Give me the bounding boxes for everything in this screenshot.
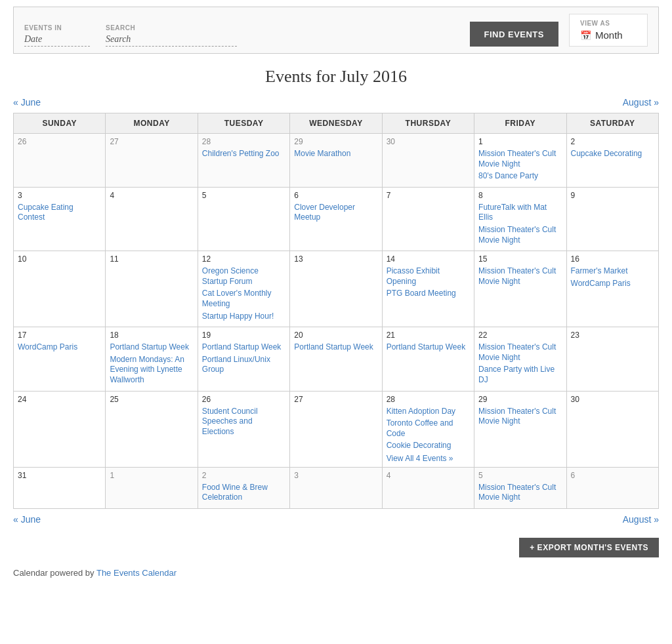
day-number: 6 (294, 191, 377, 200)
day-number: 30 (387, 137, 470, 146)
event-link[interactable]: PTG Board Meeting (387, 289, 470, 299)
calendar-day-cell: 29Movie Marathon (290, 134, 382, 188)
day-number: 23 (571, 331, 654, 340)
day-number: 5 (478, 471, 562, 480)
event-link[interactable]: Mission Theater's Cult Movie Night (478, 149, 562, 169)
event-link[interactable]: Cupcake Decorating (571, 149, 654, 159)
event-link[interactable]: Mission Theater's Cult Movie Night (478, 342, 562, 363)
calendar-day-cell: 28Kitten Adoption DayToronto Coffee and … (382, 391, 474, 467)
find-events-button[interactable]: FIND EVENTS (470, 22, 558, 47)
day-number: 4 (387, 471, 470, 480)
event-link[interactable]: Farmer's Market (571, 266, 654, 277)
calendar-day-cell: 18Portland Startup WeekModern Mondays: A… (106, 327, 198, 391)
event-link[interactable]: Portland Startup Week (387, 342, 470, 353)
day-number: 5 (202, 191, 285, 200)
export-button[interactable]: + EXPORT MONTH'S EVENTS (519, 538, 659, 557)
calendar-header-row: SUNDAYMONDAYTUESDAYWEDNESDAYTHURSDAYFRID… (14, 113, 659, 134)
day-number: 27 (294, 395, 377, 404)
calendar-day-cell: 30 (382, 134, 474, 188)
event-link[interactable]: Portland Startup Week (202, 342, 285, 353)
calendar-day-cell: 19Portland Startup WeekPortland Linux/Un… (198, 327, 289, 391)
day-number: 28 (202, 137, 285, 146)
footer: Calendar powered by The Events Calendar (13, 568, 659, 578)
calendar-table: SUNDAYMONDAYTUESDAYWEDNESDAYTHURSDAYFRID… (13, 113, 659, 509)
event-link[interactable]: Oregon Science Startup Forum (202, 266, 285, 287)
day-number: 10 (18, 254, 101, 264)
event-link[interactable]: Portland Linux/Unix Group (202, 355, 285, 375)
day-number: 1 (478, 137, 562, 146)
calendar-day-cell: 1Mission Theater's Cult Movie Night80's … (474, 134, 566, 188)
calendar-day-cell: 6Clover Developer Meetup (290, 187, 382, 251)
calendar-day-cell: 5 (198, 187, 289, 251)
calendar-day-cell: 17WordCamp Paris (14, 327, 106, 391)
event-link[interactable]: Student Council Speeches and Elections (202, 407, 285, 437)
search-value[interactable]: Search (106, 34, 237, 47)
footer-text: Calendar powered by (13, 568, 96, 578)
calendar-col-header: WEDNESDAY (290, 113, 382, 134)
export-row: + EXPORT MONTH'S EVENTS (13, 538, 659, 557)
event-link[interactable]: WordCamp Paris (18, 342, 101, 353)
calendar-col-header: FRIDAY (474, 113, 566, 134)
event-link[interactable]: Startup Happy Hour! (202, 312, 285, 322)
event-link[interactable]: Cupcake Eating Contest (18, 203, 101, 223)
event-link[interactable]: Dance Party with Live DJ (478, 365, 562, 385)
events-in-label: EVENTS IN (24, 24, 90, 31)
calendar-day-cell: 25 (106, 391, 198, 467)
calendar-day-cell: 27 (290, 391, 382, 467)
calendar-day-cell: 24 (14, 391, 106, 467)
event-link[interactable]: Kitten Adoption Day (387, 407, 470, 417)
calendar-day-cell: 26Student Council Speeches and Elections (198, 391, 289, 467)
page-title: Events for July 2016 (13, 67, 659, 87)
footer-link[interactable]: The Events Calendar (96, 568, 177, 578)
event-link[interactable]: Mission Theater's Cult Movie Night (478, 266, 562, 287)
event-link[interactable]: WordCamp Paris (571, 279, 654, 289)
event-link[interactable]: Toronto Coffee and Code (387, 418, 470, 439)
view-as-value[interactable]: 📅 Month (580, 30, 637, 41)
calendar-day-cell: 21Portland Startup Week (382, 327, 474, 391)
calendar-day-cell: 30 (566, 391, 658, 467)
event-link[interactable]: Cookie Decorating (387, 441, 470, 451)
event-link[interactable]: Movie Marathon (294, 149, 377, 159)
prev-month-link[interactable]: « June (13, 97, 41, 108)
day-number: 20 (294, 331, 377, 340)
calendar-day-cell: 3 (290, 467, 382, 508)
event-link[interactable]: FutureTalk with Mat Ellis (478, 203, 562, 223)
search-group: SEARCH Search (106, 24, 237, 47)
next-month-link-bottom[interactable]: August » (623, 514, 659, 525)
event-link[interactable]: Children's Petting Zoo (202, 149, 285, 159)
event-link[interactable]: Cat Lover's Monthly Meeting (202, 289, 285, 309)
calendar-day-cell: 16Farmer's MarketWordCamp Paris (566, 251, 658, 327)
calendar-day-cell: 5Mission Theater's Cult Movie Night (474, 467, 566, 508)
day-number: 11 (110, 254, 193, 264)
next-month-link[interactable]: August » (623, 97, 659, 108)
calendar-day-cell: 2Cupcake Decorating (566, 134, 658, 188)
day-number: 7 (387, 191, 470, 200)
event-link[interactable]: Mission Theater's Cult Movie Night (478, 225, 562, 245)
prev-month-link-bottom[interactable]: « June (13, 514, 41, 525)
event-link[interactable]: 80's Dance Party (478, 171, 562, 182)
top-nav: « June August » (13, 97, 659, 108)
day-number: 30 (571, 395, 654, 404)
event-link[interactable]: Portland Startup Week (294, 342, 377, 353)
view-all-link[interactable]: View All 4 Events » (387, 454, 453, 463)
day-number: 29 (294, 137, 377, 146)
day-number: 22 (478, 331, 562, 340)
day-number: 16 (571, 254, 654, 264)
day-number: 8 (478, 191, 562, 200)
events-in-value[interactable]: Date (24, 34, 90, 47)
event-link[interactable]: Modern Mondays: An Evening with Lynette … (110, 355, 193, 386)
calendar-day-cell: 27 (106, 134, 198, 188)
calendar-col-header: SUNDAY (14, 113, 106, 134)
event-link[interactable]: Portland Startup Week (110, 342, 193, 353)
event-link[interactable]: Mission Theater's Cult Movie Night (478, 483, 562, 503)
event-link[interactable]: Mission Theater's Cult Movie Night (478, 407, 562, 427)
calendar-day-cell: 29Mission Theater's Cult Movie Night (474, 391, 566, 467)
event-link[interactable]: Food Wine & Brew Celebration (202, 483, 285, 503)
event-link[interactable]: Picasso Exhibit Opening (387, 266, 470, 287)
calendar-day-cell: 10 (14, 251, 106, 327)
view-as-mode: Month (595, 30, 623, 41)
day-number: 1 (110, 471, 193, 480)
event-link[interactable]: Clover Developer Meetup (294, 203, 377, 223)
calendar-day-cell: 7 (382, 187, 474, 251)
calendar-day-cell: 11 (106, 251, 198, 327)
